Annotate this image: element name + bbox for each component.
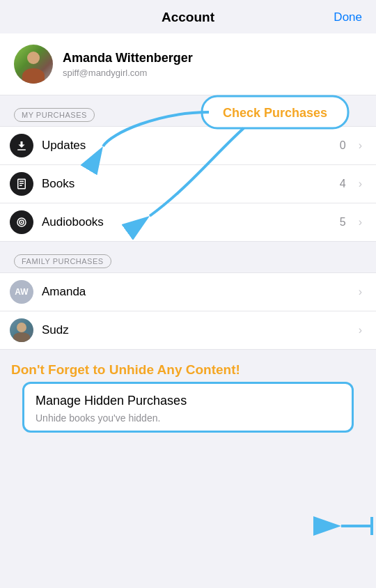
- header: Account Done: [0, 0, 376, 33]
- audiobook-icon: [10, 210, 33, 234]
- avatar: [14, 45, 53, 84]
- section-gap-3: [0, 350, 376, 355]
- section-gap-2: [0, 242, 376, 247]
- download-icon: [10, 134, 33, 157]
- books-label: Books: [42, 177, 331, 191]
- page-title: Account: [162, 10, 214, 25]
- profile-email: spiff@mandygirl.com: [63, 68, 193, 78]
- updates-label: Updates: [42, 139, 331, 153]
- my-purchases-pill: MY PURCHASES: [14, 108, 95, 122]
- chevron-icon: ›: [359, 139, 362, 152]
- chevron-icon: ›: [359, 216, 362, 229]
- list-item[interactable]: Sudz ›: [0, 311, 376, 349]
- chevron-icon: ›: [359, 178, 362, 190]
- updates-count: 0: [340, 139, 346, 152]
- family-avatar-aw: AW: [10, 280, 33, 304]
- amanda-label: Amanda: [42, 285, 350, 299]
- audiobooks-label: Audiobooks: [42, 215, 331, 229]
- chevron-icon: ›: [359, 286, 362, 298]
- book-icon: [10, 172, 33, 196]
- manage-hidden-box[interactable]: Manage Hidden Purchases Unhide books you…: [22, 382, 354, 433]
- svg-rect-0: [17, 149, 26, 150]
- list-item[interactable]: Books 4 ›: [0, 165, 376, 203]
- manage-hidden-container: Manage Hidden Purchases Unhide books you…: [11, 382, 365, 433]
- done-button[interactable]: Done: [334, 10, 362, 24]
- section-gap-1: [0, 95, 376, 101]
- family-purchases-list: AW Amanda › Sudz ›: [0, 272, 376, 350]
- list-item[interactable]: AW Amanda ›: [0, 273, 376, 311]
- list-item[interactable]: Updates 0 ›: [0, 127, 376, 165]
- family-purchases-header: FAMILY PURCHASES: [0, 247, 376, 272]
- my-purchases-header: MY PURCHASES: [0, 101, 376, 126]
- family-avatar-sudz: [10, 318, 33, 342]
- manage-hidden-title: Manage Hidden Purchases: [36, 394, 340, 408]
- profile-info: Amanda Wittenberger spiff@mandygirl.com: [63, 51, 193, 78]
- family-purchases-pill: FAMILY PURCHASES: [14, 254, 111, 268]
- books-count: 4: [340, 178, 346, 190]
- audiobooks-count: 5: [340, 216, 346, 229]
- manage-hidden-subtitle: Unhide books you've hidden.: [36, 412, 340, 424]
- profile-section[interactable]: Amanda Wittenberger spiff@mandygirl.com: [0, 33, 376, 95]
- chevron-icon: ›: [359, 324, 362, 336]
- my-purchases-list: Updates 0 › Books 4 › Audiobooks 5 ›: [0, 126, 376, 242]
- profile-name: Amanda Wittenberger: [63, 51, 193, 65]
- list-item[interactable]: Audiobooks 5 ›: [0, 203, 376, 241]
- dont-forget-text: Don't Forget to Unhide Any Content!: [0, 355, 376, 382]
- sudz-label: Sudz: [42, 323, 350, 337]
